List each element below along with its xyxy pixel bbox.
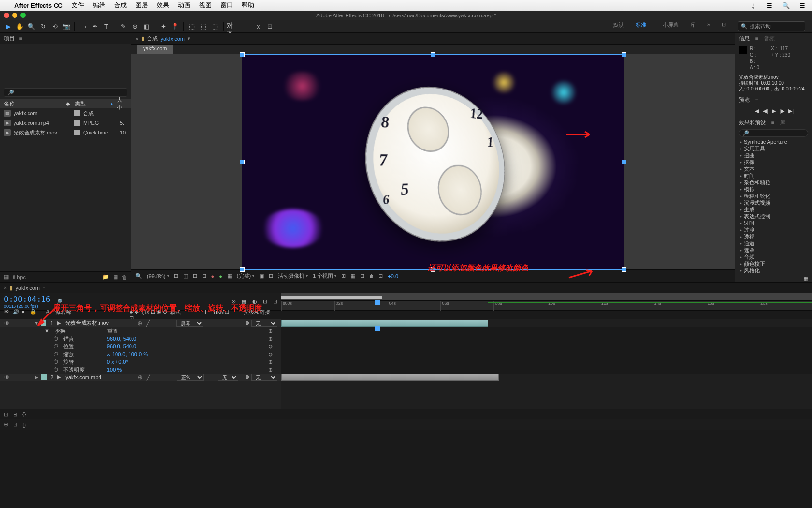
snap-toggle[interactable]: ☐ 对齐: [227, 21, 237, 32]
label-swatch[interactable]: [41, 374, 47, 380]
handle-rc[interactable]: [622, 160, 626, 164]
roi-icon[interactable]: ▣: [259, 273, 264, 279]
roto-tool[interactable]: ✦: [158, 21, 169, 32]
effects-search-input[interactable]: [739, 129, 808, 137]
menu-help[interactable]: 帮助: [242, 1, 254, 10]
stopwatch-icon[interactable]: ⏱: [53, 367, 58, 373]
menu-effect[interactable]: 效果: [157, 1, 169, 10]
camera-dropdown[interactable]: 活动摄像机: [278, 272, 308, 280]
viewer-image[interactable]: 12 1 8 7 5 6: [242, 55, 624, 269]
menu-view[interactable]: 视图: [199, 1, 212, 10]
nested-comp-tab[interactable]: yakfx.com: [137, 45, 173, 54]
orbit-tool[interactable]: ↻: [38, 21, 48, 32]
camera-tool[interactable]: 📷: [61, 21, 72, 32]
view-opt4[interactable]: ⋔: [369, 273, 374, 279]
lib-tab[interactable]: 库: [780, 119, 785, 126]
trash-icon[interactable]: 🗑: [122, 274, 127, 280]
breadcrumb-comp[interactable]: yakfx.com: [160, 36, 185, 42]
layer-bar-1[interactable]: [281, 320, 488, 327]
close-tab-icon[interactable]: ×: [4, 285, 7, 291]
effects-list[interactable]: Synthetic Aperture 实用工具 扭曲 抠像 文本 时间 杂色和颗…: [735, 138, 812, 274]
eraser-tool[interactable]: ◧: [141, 21, 152, 32]
app-name[interactable]: After Effects CC: [14, 2, 63, 9]
audio-tab[interactable]: 音频: [764, 35, 775, 42]
views-dropdown[interactable]: 1 个视图: [313, 272, 336, 280]
first-frame-icon[interactable]: |◀: [754, 108, 759, 114]
handle-br[interactable]: [622, 268, 626, 271]
selection-tool[interactable]: ▶: [3, 21, 14, 32]
interpret-icon[interactable]: ▦: [4, 274, 9, 280]
blend-mode-dropdown[interactable]: 屏幕: [176, 320, 203, 327]
transparency-icon[interactable]: ▦: [227, 273, 232, 279]
col-name[interactable]: 名称: [4, 100, 62, 107]
view-opt5[interactable]: ⊡: [378, 273, 383, 279]
handle-tr[interactable]: [622, 53, 626, 57]
menu-layer[interactable]: 图层: [135, 1, 148, 10]
timeline-tab[interactable]: yakfx.com: [15, 285, 40, 291]
project-search-input[interactable]: [4, 88, 127, 97]
panel-menu-icon[interactable]: ≡: [19, 36, 22, 41]
pen-tool[interactable]: ✒: [89, 21, 100, 32]
status-icon2[interactable]: ⊡: [13, 421, 17, 428]
effect-category[interactable]: 遮罩: [735, 247, 812, 254]
project-item[interactable]: ▶ 光效合成素材.mov QuickTime 10: [0, 128, 131, 137]
timecode-icon[interactable]: ⊡: [269, 273, 273, 279]
zoom-tool[interactable]: 🔍: [26, 21, 37, 32]
handle-bl[interactable]: [240, 268, 244, 271]
toggle-modes-icon[interactable]: ⊞: [13, 411, 17, 418]
stopwatch-icon[interactable]: ⏱: [53, 359, 58, 365]
playhead-line[interactable]: [377, 319, 377, 409]
grid-icon[interactable]: ⊡: [193, 273, 197, 279]
project-tab[interactable]: 项目: [4, 35, 14, 42]
fx-icon[interactable]: ╱: [145, 320, 151, 327]
work-area-bar[interactable]: [281, 296, 382, 299]
effect-category[interactable]: Synthetic Aperture: [735, 138, 812, 145]
effect-category[interactable]: 过时: [735, 220, 812, 226]
opacity-prop[interactable]: ⏱不透明度100 %⊚: [0, 366, 281, 374]
shy-icon[interactable]: ⊕: [137, 374, 143, 381]
bpc-toggle[interactable]: 8 bpc: [13, 274, 26, 280]
stopwatch-icon[interactable]: ⏱: [53, 336, 58, 342]
hand-tool[interactable]: ✋: [14, 21, 25, 32]
resolution-dropdown[interactable]: (完整): [237, 272, 254, 280]
blend-mode-dropdown[interactable]: 正常: [177, 374, 204, 381]
exposure[interactable]: +0.0: [388, 273, 398, 279]
new-folder-icon[interactable]: 📁: [102, 274, 109, 280]
tl-opt5[interactable]: ⊡: [273, 299, 277, 305]
handle-lc[interactable]: [240, 160, 244, 164]
menu-comp[interactable]: 合成: [114, 1, 127, 10]
effect-category[interactable]: 音频: [735, 254, 812, 260]
position-prop[interactable]: ⏱位置960.0, 540.0⊚: [0, 343, 281, 350]
timeline-ruler[interactable]: s00s02s04s06s08s10s12s14s16s20s: [281, 293, 812, 310]
handle-tl[interactable]: [240, 53, 244, 57]
effect-category[interactable]: 时间: [735, 172, 812, 179]
channel-icon[interactable]: ●: [211, 273, 215, 279]
brush-tool[interactable]: ✎: [118, 21, 129, 32]
misc-tool[interactable]: ⚹: [253, 21, 263, 32]
last-frame-icon[interactable]: ▶|: [788, 108, 794, 114]
tl-opt4[interactable]: ⊡: [263, 299, 267, 305]
effect-category[interactable]: 过渡: [735, 226, 812, 233]
status-icon1[interactable]: ⊕: [4, 421, 8, 428]
eye-icon[interactable]: 👁: [4, 374, 10, 380]
next-frame-icon[interactable]: |▶: [780, 108, 785, 114]
viewer[interactable]: 12 1 8 7 5 6: [131, 54, 735, 269]
menu-file[interactable]: 文件: [72, 1, 84, 10]
menu-animation[interactable]: 动画: [178, 1, 190, 10]
rect-tool[interactable]: ▭: [78, 21, 88, 32]
effect-category[interactable]: 扭曲: [735, 152, 812, 159]
stopwatch-icon[interactable]: ⏱: [53, 344, 58, 349]
effect-category[interactable]: 沉浸式视频: [735, 199, 812, 206]
type-tool[interactable]: T: [101, 21, 112, 32]
spotlight-icon[interactable]: 🔍: [782, 1, 790, 9]
effect-category[interactable]: 实用工具: [735, 145, 812, 152]
magnify-icon[interactable]: 🔍: [135, 273, 142, 279]
effect-category[interactable]: 模拟: [735, 186, 812, 193]
timeline-tracks[interactable]: [281, 319, 812, 409]
effect-category[interactable]: 模糊和锐化: [735, 193, 812, 199]
anchor-prop[interactable]: ⏱锚点960.0, 540.0⊚: [0, 335, 281, 343]
effect-category[interactable]: 通道: [735, 240, 812, 247]
workspace-chevrons[interactable]: »: [707, 21, 710, 31]
new-comp-icon[interactable]: ▦: [113, 274, 118, 280]
layer-row[interactable]: 👁 ▶ 2 ▶ yakfx.com.mp4 ⊕ ╱ 正常 无 ⊚ 无: [0, 374, 281, 381]
